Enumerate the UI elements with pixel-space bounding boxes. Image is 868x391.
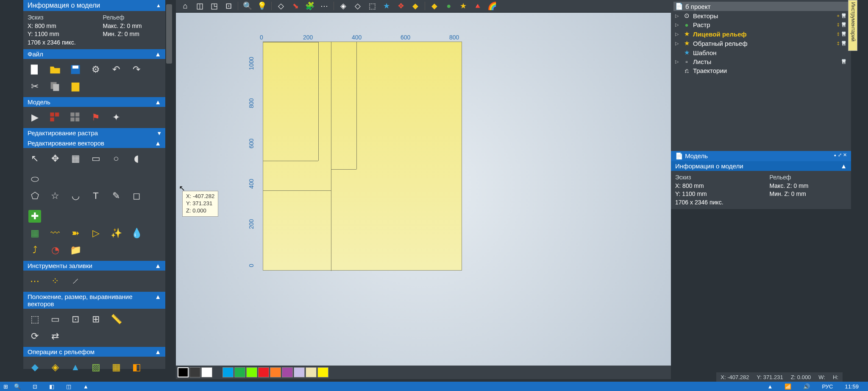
new-file-icon[interactable] [28, 63, 41, 76]
paste-icon[interactable] [69, 80, 82, 93]
yellow-diamond-icon[interactable]: ◆ [429, 1, 440, 11]
magic-wand-icon[interactable]: ✨ [110, 227, 122, 240]
relief-texture-icon[interactable]: ▨ [89, 361, 102, 374]
color-swatch[interactable] [201, 367, 212, 377]
polygon-icon[interactable]: ⬠ [28, 190, 41, 202]
rectangle-icon[interactable]: ▭ [89, 152, 102, 165]
color-swatch[interactable] [282, 367, 293, 377]
model-info-header[interactable]: Информация о модели ▲ [23, 0, 165, 11]
arc-icon[interactable]: ◡ [69, 190, 82, 202]
color-swatch[interactable] [306, 367, 317, 377]
model-header[interactable]: Модель ▲ [23, 97, 165, 107]
relief-ops-header[interactable]: Операции с рельефом ▲ [23, 347, 165, 357]
tree-toolpaths[interactable]: ⎌ Траектории [673, 66, 849, 75]
tree-back-relief[interactable]: ▷ ★ Обратный рельеф ‡ 🦷 [673, 39, 849, 48]
file-header[interactable]: Файл ▲ [23, 49, 165, 59]
fill-path-icon[interactable]: ⟋ [69, 275, 82, 288]
arrow-curve-icon[interactable]: ➽ [69, 227, 82, 240]
workpiece[interactable] [263, 42, 462, 271]
move-icon[interactable]: ✥ [49, 152, 61, 165]
iso3-icon[interactable]: ⬚ [367, 1, 377, 11]
toolbox-vertical-tab[interactable]: Инструментарий [848, 0, 857, 51]
panel-controls[interactable]: ⬥ ⤢ ✕ [834, 152, 847, 160]
wifi-icon[interactable]: 📶 [785, 383, 791, 390]
model-info-header-right[interactable]: Информация о модели ▲ [671, 161, 851, 171]
tree-sheets[interactable]: ▷ ▫ Листы 🦷 [673, 57, 849, 66]
canvas-viewport[interactable]: 0 200 400 600 800 0 200 400 600 800 1000 [176, 13, 671, 366]
view-cube-icon[interactable]: ◳ [209, 1, 219, 11]
windows-taskbar[interactable]: ⊞ 🔍 ⊡ ◧ ◫ ▲ ▲ 📶 🔊 РУС 11:59 [0, 382, 868, 391]
app-icon[interactable]: ◧ [49, 383, 54, 390]
volume-icon[interactable]: 🔊 [803, 383, 810, 390]
color-swatch[interactable] [246, 367, 257, 377]
clock[interactable]: 11:59 [845, 383, 859, 390]
color-swatch[interactable] [189, 367, 200, 377]
relief-shape-icon[interactable]: ◈ [49, 361, 61, 374]
more-icon[interactable]: ⋯ [319, 1, 329, 11]
tree-project[interactable]: 📄 б проект [673, 2, 849, 11]
rounded-rect-icon[interactable]: ◖ [130, 152, 143, 165]
flag-tool-icon[interactable]: ⚑ [89, 111, 102, 124]
pyramid-icon[interactable]: 🔺 [473, 1, 483, 11]
arrow-tool-icon[interactable]: ▶ [28, 111, 41, 124]
plugin-icon[interactable]: 🧩 [305, 1, 315, 11]
grid-tool-icon[interactable] [49, 111, 61, 124]
curve-icon[interactable]: ⤴ [28, 244, 41, 257]
redo-icon[interactable]: ↷ [130, 63, 143, 76]
bezier-icon[interactable]: ✎ [110, 190, 122, 202]
layer-icon[interactable]: ◇ [276, 1, 286, 11]
app-icon[interactable]: ◫ [66, 383, 71, 390]
center-icon[interactable]: ⊞ [89, 313, 102, 326]
expand-icon[interactable]: ▷ [675, 59, 680, 64]
language-indicator[interactable]: РУС [822, 383, 833, 390]
color-swatch[interactable] [234, 367, 245, 377]
light-icon[interactable]: 💡 [257, 1, 267, 11]
tray-icon[interactable]: ▲ [768, 383, 773, 390]
undo-icon[interactable]: ↶ [110, 63, 122, 76]
distribute-icon[interactable]: ▭ [49, 313, 61, 326]
rainbow-icon[interactable]: 🌈 [487, 1, 497, 11]
left-scrollbar[interactable] [165, 0, 173, 369]
circle-icon[interactable]: ○ [110, 152, 122, 165]
position-header[interactable]: Положение, размер, выравнивание векторов… [23, 292, 165, 309]
tree-template[interactable]: ★ Шаблон [673, 48, 849, 57]
expand-icon[interactable]: ▷ [675, 31, 680, 37]
align-tool-icon[interactable]: ⬚ [28, 313, 41, 326]
fill-dots-icon[interactable]: ⁘ [49, 275, 61, 288]
expand-icon[interactable]: ▷ [675, 41, 680, 46]
triangle-icon[interactable]: ▷ [89, 227, 102, 240]
copy-icon[interactable] [49, 80, 61, 93]
search-icon[interactable]: 🔍 [14, 383, 21, 390]
warp-grid-icon[interactable]: ▦ [69, 152, 82, 165]
app-icon[interactable]: ▲ [83, 383, 89, 390]
iso2-icon[interactable]: ◇ [353, 1, 363, 11]
tree-face-relief[interactable]: ▷ ★ Лицевой рельеф ‡ 🦷 [673, 29, 849, 39]
shape-icon[interactable]: ◻ [130, 190, 143, 202]
relief-cube-icon[interactable]: ◧ [130, 361, 143, 374]
open-folder-icon[interactable] [49, 63, 61, 76]
raster-edit-header[interactable]: Редактирование растра ▾ [23, 128, 165, 138]
yellow-star-icon[interactable]: ★ [458, 1, 468, 11]
layers-icon[interactable]: ❖ [396, 1, 406, 11]
fill-nodes-icon[interactable]: ⋯ [28, 275, 41, 288]
ellipse-icon[interactable]: ⬭ [28, 173, 41, 185]
taskview-icon[interactable]: ⊡ [33, 383, 37, 390]
save-icon[interactable] [69, 63, 82, 76]
curve-edit-icon[interactable]: 〰 [49, 227, 61, 240]
star-shape-icon[interactable]: ☆ [49, 190, 61, 202]
color-swatch[interactable] [223, 367, 234, 377]
relief-pyramid-icon[interactable]: ▲ [69, 361, 82, 374]
mirror-icon[interactable]: ⇄ [49, 330, 61, 343]
start-icon[interactable]: ⊞ [3, 383, 8, 390]
axis-icon[interactable]: ⬊ [290, 1, 300, 11]
relief-diamond-icon[interactable]: ◆ [28, 361, 41, 374]
home-icon[interactable]: ⌂ [180, 1, 190, 11]
puzzle-icon[interactable]: ▦ [28, 227, 41, 240]
model-panel-header[interactable]: 📄 Модель ⬥ ⤢ ✕ [671, 151, 851, 161]
view-fit-icon[interactable]: ⊡ [223, 1, 234, 11]
color-swatch[interactable] [317, 367, 328, 377]
view-3d-icon[interactable]: ◫ [195, 1, 205, 11]
color-swatch[interactable] [294, 367, 305, 377]
vector-edit-header[interactable]: Редактирование векторов ▲ [23, 138, 165, 148]
fill-tools-header[interactable]: Инструменты заливки ▲ [23, 261, 165, 271]
